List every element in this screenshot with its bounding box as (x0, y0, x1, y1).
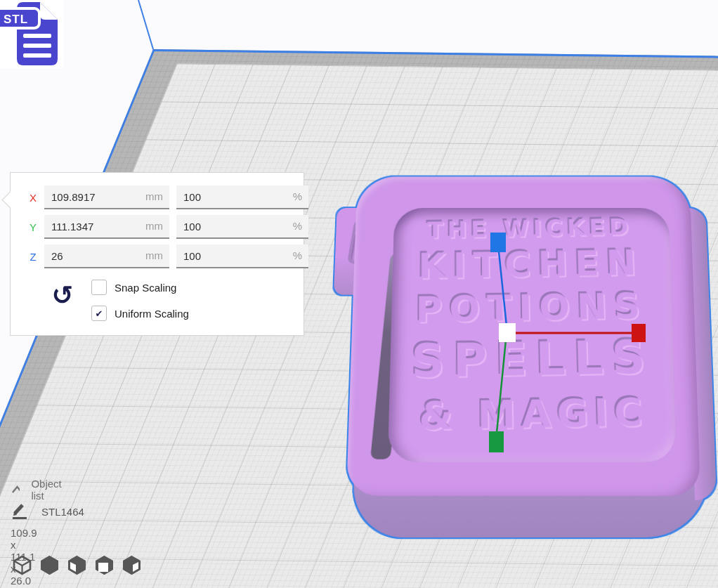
scale-row-y: Y mm % (22, 215, 308, 239)
scale-x-percent-input[interactable] (176, 185, 308, 208)
uniform-scaling-label: Uniform Scaling (115, 308, 189, 320)
scale-tool-panel: X mm % Y mm % Z mm % ↺ Snap Scaling ✔ Un (10, 172, 304, 336)
view-left-button[interactable] (67, 555, 86, 575)
axis-z-label: Z (22, 251, 44, 263)
view-solid-button[interactable] (40, 555, 59, 575)
gizmo-center-handle[interactable] (499, 323, 516, 342)
stl-file-icon: STL (0, 0, 63, 68)
scale-row-x: X mm % (22, 185, 308, 209)
view-right-button[interactable] (122, 555, 141, 575)
reset-scale-button[interactable]: ↺ (47, 280, 78, 312)
stl-badge-label: STL (4, 13, 28, 26)
cube-left-face-icon (67, 555, 86, 575)
view-front-button[interactable] (95, 555, 114, 575)
snap-scaling-label: Snap Scaling (115, 282, 176, 294)
object-list-title: Object list (31, 478, 65, 502)
reset-icon: ↺ (51, 281, 73, 310)
axis-x-label: X (22, 192, 44, 204)
uniform-scaling-checkbox[interactable]: ✔ (91, 306, 107, 321)
gizmo-y-handle[interactable] (489, 431, 504, 452)
scale-z-percent-input[interactable] (176, 244, 308, 267)
scale-y-mm-input[interactable] (44, 215, 169, 237)
object-list-item[interactable]: STL1464 (12, 503, 84, 520)
document-fold (40, 2, 58, 20)
viewport-3d: THE WICKED KITCHEN POTIONS SPELLS & MAGI… (0, 0, 718, 588)
axis-y-label: Y (22, 221, 44, 233)
scale-row-z: Z mm % (22, 244, 308, 268)
object-list-header[interactable]: Object list (11, 478, 65, 502)
snap-scaling-checkbox[interactable] (91, 280, 107, 295)
cube-wireframe-icon (13, 555, 32, 575)
gizmo-x-handle[interactable] (632, 324, 646, 342)
snap-scaling-checkbox-row[interactable]: Snap Scaling (91, 280, 176, 295)
cube-solid-icon (40, 555, 59, 575)
view-3d-button[interactable] (13, 555, 32, 575)
object-name: STL1464 (41, 506, 84, 518)
gizmo-z-handle[interactable] (490, 233, 506, 252)
view-toolbar (13, 555, 150, 575)
cube-right-face-icon (122, 555, 141, 575)
scale-y-percent-input[interactable] (176, 215, 308, 237)
pencil-icon (12, 503, 27, 520)
uniform-scaling-checkbox-row[interactable]: ✔ Uniform Scaling (91, 306, 189, 321)
cube-front-face-icon (95, 555, 114, 575)
scale-z-mm-input[interactable] (44, 244, 169, 267)
chevron-up-icon (11, 485, 20, 494)
scale-x-mm-input[interactable] (44, 185, 169, 208)
